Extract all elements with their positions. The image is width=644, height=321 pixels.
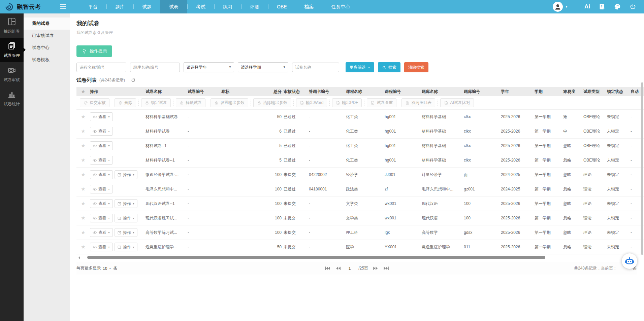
view-button[interactable]: 查看▼: [90, 127, 113, 136]
sidebar-item-试卷统计[interactable]: 试卷统计: [0, 86, 24, 110]
favorite-star-icon[interactable]: ★: [76, 157, 90, 163]
search-button[interactable]: 搜索: [378, 62, 400, 72]
toolbar-button-删除[interactable]: 删除: [115, 98, 136, 107]
prev-page-button[interactable]: [335, 266, 341, 271]
view-button[interactable]: 查看▼: [90, 199, 113, 208]
view-button[interactable]: 查看▼: [90, 243, 113, 251]
view-button[interactable]: 查看▼: [90, 112, 113, 121]
operate-button[interactable]: 操作▼: [115, 214, 137, 222]
pagination-bar: 每页最多显示 10 ▼ 条 /25页: [76, 262, 637, 275]
course-filter-input[interactable]: [76, 63, 126, 72]
nav-item-练习[interactable]: 练习: [214, 0, 241, 13]
row-actions: 查看▼: [90, 112, 146, 121]
nav-item-题库[interactable]: 题库: [106, 0, 133, 13]
term-select-wrap: 请选择学期: [238, 62, 288, 72]
operate-button[interactable]: 操作▼: [115, 243, 137, 251]
cell-bank_no: 100: [464, 201, 501, 206]
tips-button[interactable]: 操作提示: [76, 45, 112, 57]
power-icon[interactable]: [629, 3, 637, 10]
chevron-down-icon: ▼: [108, 116, 110, 118]
toolbar-separator: [251, 100, 251, 106]
submenu-item-已审核试卷[interactable]: 已审核试卷: [24, 30, 70, 42]
view-button[interactable]: 查看▼: [90, 228, 113, 237]
favorite-star-icon[interactable]: ★: [76, 201, 90, 207]
doc-export-icon: [336, 101, 340, 105]
sidebar-item-试卷审核[interactable]: 试卷审核: [0, 62, 24, 86]
cell-card_no: 04220002: [309, 172, 346, 177]
column-header-难易度: 难易度: [563, 89, 583, 95]
favorite-star-icon[interactable]: ★: [76, 186, 90, 192]
view-button[interactable]: 查看▼: [90, 156, 113, 165]
toolbar-separator: [399, 100, 399, 106]
palette-icon[interactable]: [614, 3, 621, 10]
favorite-star-icon[interactable]: ★: [76, 215, 90, 221]
scroll-left-arrow-icon[interactable]: [78, 256, 80, 259]
avatar[interactable]: ?: [553, 2, 563, 12]
view-button[interactable]: 查看▼: [90, 214, 113, 222]
favorite-star-icon[interactable]: ★: [76, 229, 90, 236]
toolbar-button-AI试卷比对[interactable]: AIAI试卷比对: [440, 98, 474, 107]
next-page-button[interactable]: [373, 266, 379, 271]
vertical-scrollbar[interactable]: [641, 82, 643, 255]
view-button[interactable]: 查看▼: [90, 170, 113, 179]
toolbar-button-label: 删除: [124, 100, 132, 106]
favorite-star-icon[interactable]: ★: [76, 128, 90, 134]
favorite-star-icon[interactable]: ★: [76, 114, 90, 120]
first-page-button[interactable]: [325, 266, 330, 271]
favorite-star-icon[interactable]: ★: [76, 143, 90, 149]
toolbar-button-输出Word[interactable]: 输出Word: [296, 98, 327, 107]
toolbar-button-锁定试卷[interactable]: 锁定试卷: [141, 98, 171, 107]
operate-button[interactable]: 操作▼: [115, 228, 137, 237]
operate-button[interactable]: 操作▼: [115, 170, 137, 179]
clear-search-button[interactable]: 清除搜索: [404, 62, 428, 72]
sidebar-item-试卷管理[interactable]: 试卷管理: [0, 38, 24, 62]
nav-item-试卷[interactable]: 试卷: [160, 0, 187, 13]
paper-name-filter-input[interactable]: [292, 63, 339, 72]
term-select[interactable]: 请选择学期: [238, 62, 288, 72]
nav-item-档案[interactable]: 档案: [296, 0, 323, 13]
ai-assistant-icon[interactable]: Ai: [584, 3, 590, 10]
nav-item-OBE[interactable]: OBE: [268, 0, 296, 13]
cell-lock: 未锁定: [607, 172, 631, 178]
toolbar-button-设置输出参数[interactable]: 设置输出参数: [211, 98, 248, 107]
nav-item-评测[interactable]: 评测: [241, 0, 268, 13]
submenu-item-试卷中心[interactable]: 试卷中心: [24, 42, 70, 54]
horizontal-scrollbar-thumb[interactable]: [87, 256, 545, 259]
toolbar-button-试卷查重[interactable]: 试卷查重: [367, 98, 396, 107]
help-doc-icon[interactable]: ?: [598, 3, 606, 10]
toolbar-button-输出PDF[interactable]: 输出PDF: [332, 98, 362, 107]
toolbar-button-提交审核[interactable]: 提交审核: [80, 98, 109, 107]
nav-item-任务中心[interactable]: 任务中心: [323, 0, 359, 13]
horizontal-scrollbar[interactable]: [76, 255, 644, 260]
toolbar-separator: [293, 100, 294, 106]
operate-button[interactable]: 操作▼: [115, 199, 137, 208]
menu-toggle-icon[interactable]: [60, 4, 66, 9]
submenu-item-试卷模板[interactable]: 试卷模板: [24, 54, 70, 66]
cell-card_no: -: [309, 143, 346, 148]
last-page-button[interactable]: [383, 266, 389, 271]
nav-item-平台[interactable]: 平台: [79, 0, 106, 13]
user-menu[interactable]: ? ▼: [553, 2, 568, 12]
nav-item-考试[interactable]: 考试: [187, 0, 214, 13]
header-star-icon[interactable]: ★: [76, 88, 90, 95]
submenu-item-我的试卷[interactable]: 我的试卷: [24, 17, 70, 30]
bank-filter-input[interactable]: [130, 63, 180, 72]
page-number-input[interactable]: [346, 266, 354, 271]
favorite-star-icon[interactable]: ★: [76, 244, 90, 250]
sidebar-item-抽题组卷[interactable]: 抽题组卷: [0, 13, 24, 38]
assistant-robot-button[interactable]: [622, 253, 637, 269]
cell-course_no: hg001: [385, 158, 422, 163]
favorite-star-icon[interactable]: ★: [76, 172, 90, 178]
toolbar-button-清除输出参数[interactable]: 清除输出参数: [253, 98, 291, 107]
toolbar-button-解锁试卷[interactable]: 解锁试卷: [176, 98, 205, 107]
toolbar-button-双向细目表[interactable]: 双向细目表: [401, 98, 435, 107]
refresh-button[interactable]: [130, 78, 136, 83]
view-button[interactable]: 查看▼: [90, 141, 113, 150]
view-label: 查看: [98, 172, 106, 178]
more-filters-button[interactable]: 更多筛选 ▼: [346, 62, 374, 72]
lock-set-icon: [214, 101, 219, 105]
nav-item-试题[interactable]: 试题: [133, 0, 160, 13]
page-size-select[interactable]: 10 ▼: [103, 266, 111, 271]
view-button[interactable]: 查看▼: [90, 185, 113, 193]
year-select[interactable]: 请选择学年: [184, 62, 234, 72]
